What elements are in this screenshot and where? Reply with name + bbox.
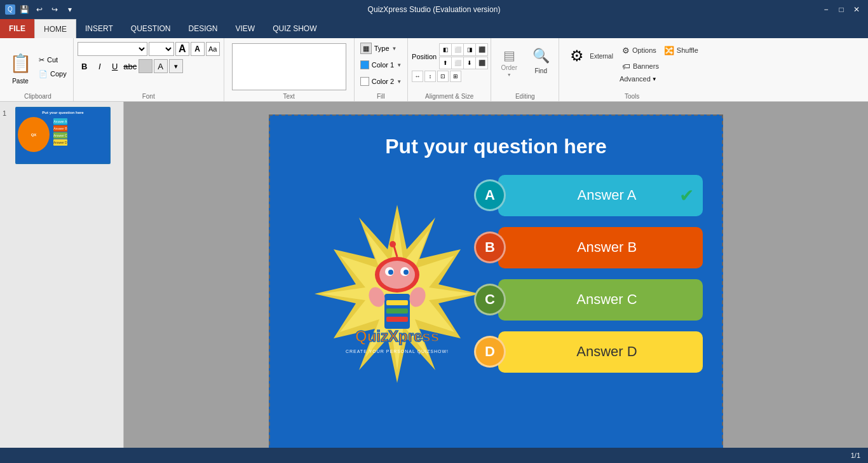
copy-button[interactable]: 📄 Copy	[36, 67, 69, 80]
order-dropdown: ▼	[507, 73, 512, 77]
font-family-select[interactable]	[78, 42, 147, 56]
text-preview-box	[232, 43, 346, 90]
answer-row-c: C Answer C	[474, 277, 703, 322]
cut-button[interactable]: ✂ Cut	[36, 53, 69, 66]
type-button[interactable]: ▦ Type ▼	[358, 41, 403, 56]
font-grow-up-button[interactable]: A	[175, 42, 189, 56]
minimize-button[interactable]: −	[820, 4, 832, 15]
svg-rect-12	[386, 308, 408, 314]
font-size-select[interactable]	[149, 42, 174, 56]
align-bottom-button[interactable]: ⬇	[463, 57, 476, 69]
ribbon-group-editing: ▤ Order ▼ 🔍 Find Editing	[491, 38, 559, 101]
qat-undo[interactable]: ↩	[33, 4, 46, 15]
size-row: ↔ ↕ ⊡ ⊞	[412, 71, 487, 82]
copy-label: Copy	[50, 70, 67, 78]
options-label: Options	[632, 46, 656, 54]
slide-canvas[interactable]: Put your question here	[269, 114, 723, 448]
position-label: Position	[412, 53, 437, 60]
answer-letter-c: C	[474, 284, 506, 315]
shuffle-label: Shuffle	[677, 46, 698, 54]
svg-text:CREATE YOUR PERSONAL QUIZSHOW!: CREATE YOUR PERSONAL QUIZSHOW!	[346, 349, 449, 354]
tab-quizshow[interactable]: QUIZ SHOW	[264, 19, 325, 38]
font-name-row: A A Aa	[78, 42, 220, 56]
answer-box-b[interactable]: Answer B	[498, 227, 703, 268]
options-row: ⚙ Options 🔀 Shuffle	[620, 43, 701, 57]
italic-button[interactable]: I	[93, 59, 107, 73]
find-label: Find	[534, 67, 546, 74]
qat-customize[interactable]: ▾	[64, 4, 76, 15]
align-left-button[interactable]: ◧	[439, 43, 452, 56]
position-row: Position ◧ ⬜ ◨ ⬛ ⬆ ⬜ ⬇ ⬛	[412, 43, 487, 69]
svg-text:QuizXpress: QuizXpress	[355, 328, 439, 345]
answer-letter-a: A	[474, 179, 506, 211]
font-color-dropdown[interactable]: ▾	[169, 59, 183, 73]
color1-label: Color 1	[372, 61, 394, 69]
paste-label: Paste	[12, 78, 29, 85]
tab-design[interactable]: DESIGN	[179, 19, 226, 38]
fill-label: Fill	[358, 93, 403, 101]
answer-letter-b: B	[474, 232, 506, 263]
cut-label: Cut	[47, 56, 58, 64]
fill-content: ▦ Type ▼ Color 1 ▼ Color 2 ▼	[358, 41, 403, 89]
banners-button[interactable]: 🏷 Banners	[620, 59, 661, 73]
copy-icon: 📄	[39, 70, 48, 78]
svg-rect-13	[386, 317, 408, 322]
tab-home[interactable]: HOME	[34, 19, 76, 38]
slide-question[interactable]: Put your question here	[270, 116, 722, 171]
options-icon: ⚙	[622, 46, 630, 55]
ribbon-group-tools: ⚙ External ⚙ Options 🔀 Shuffle 🏷	[559, 38, 705, 101]
color1-swatch-container	[360, 60, 369, 69]
tab-insert[interactable]: INSERT	[76, 19, 122, 38]
color1-button[interactable]: Color 1 ▼	[358, 57, 403, 73]
color1-dropdown-arrow: ▼	[397, 62, 402, 68]
underline-button[interactable]: U	[108, 59, 122, 73]
bold-button[interactable]: B	[78, 59, 92, 73]
answer-text-b: Answer B	[577, 239, 637, 256]
advanced-dropdown[interactable]: ▼	[652, 76, 657, 82]
size-match-button[interactable]: ↔	[412, 71, 423, 82]
highlight-button[interactable]: A	[154, 59, 168, 73]
find-button[interactable]: 🔍 Find	[527, 43, 555, 77]
ribbon-group-clipboard: 📋 Paste ✂ Cut 📄 Copy Clipboard	[3, 38, 74, 101]
svg-point-6	[388, 270, 393, 275]
align-distribute-h-button[interactable]: ⬛	[475, 43, 488, 56]
slide-thumb-image-1[interactable]: Put your question here QX Answer A Answe…	[15, 107, 111, 164]
qat-redo[interactable]: ↪	[48, 4, 61, 15]
align-right-button[interactable]: ◨	[463, 43, 476, 56]
size-equal-button[interactable]: ⊡	[437, 71, 449, 82]
answer-box-c[interactable]: Answer C	[498, 279, 703, 321]
options-button[interactable]: ⚙ Options	[620, 43, 659, 57]
font-color-swatch[interactable]	[139, 59, 153, 73]
cut-copy-buttons: ✂ Cut 📄 Copy	[36, 53, 69, 80]
strikethrough-button[interactable]: abc	[123, 59, 137, 73]
paste-button[interactable]: 📋	[6, 50, 34, 78]
size-custom-button[interactable]: ⊞	[450, 71, 461, 82]
banners-label: Banners	[633, 62, 659, 70]
color2-button[interactable]: Color 2 ▼	[358, 74, 403, 89]
close-button[interactable]: ✕	[850, 4, 863, 15]
font-case-button[interactable]: Aa	[206, 42, 220, 56]
correct-checkmark: ✔	[679, 185, 694, 206]
align-center-h-button[interactable]: ⬜	[451, 43, 464, 56]
font-grow-down-button[interactable]: A	[191, 42, 205, 56]
font-format-row: B I U abc A ▾	[78, 59, 220, 73]
maximize-button[interactable]: □	[835, 4, 848, 15]
svg-rect-11	[386, 300, 408, 305]
tab-file[interactable]: FILE	[0, 19, 34, 38]
answer-box-d[interactable]: Answer D	[498, 331, 703, 373]
ribbon-group-fill: ▦ Type ▼ Color 1 ▼ Color 2 ▼ Fill	[355, 38, 408, 101]
align-top-button[interactable]: ⬆	[439, 57, 452, 69]
tab-view[interactable]: VIEW	[226, 19, 264, 38]
align-center-v-button[interactable]: ⬜	[451, 57, 464, 69]
tab-question[interactable]: QUESTION	[122, 19, 180, 38]
shuffle-button[interactable]: 🔀 Shuffle	[661, 43, 701, 57]
advanced-label: Advanced	[620, 75, 651, 83]
answer-row-b: B Answer B	[474, 225, 703, 270]
external-label: External	[590, 53, 613, 60]
align-distribute-v-button[interactable]: ⬛	[475, 57, 488, 69]
size-stretch-button[interactable]: ↕	[424, 71, 436, 82]
external-button[interactable]: ⚙ External	[563, 43, 617, 69]
answer-box-a[interactable]: Answer A ✔	[498, 175, 703, 216]
qat-save[interactable]: 💾	[18, 4, 31, 15]
order-button[interactable]: ▤ Order ▼	[495, 44, 523, 77]
